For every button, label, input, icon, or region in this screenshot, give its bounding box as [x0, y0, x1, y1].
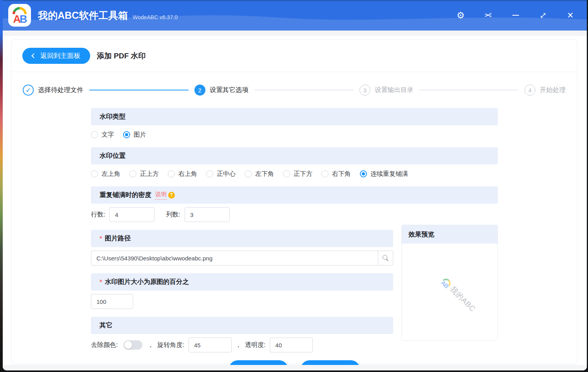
step-number: 3 — [359, 85, 370, 96]
rows-input[interactable] — [109, 207, 154, 222]
radio-label: 右下角 — [332, 170, 351, 178]
watermark-position-header: 水印位置 — [91, 147, 498, 164]
density-help-link[interactable]: 说明 — [155, 191, 167, 200]
titlebar: AB 我的ABC软件工具箱 WodeABC v6.37.0 ⚙ ✂ × — [3, 0, 587, 31]
radio-label: 文字 — [102, 131, 114, 139]
titlebar-actions: ⚙ ✂ × — [450, 7, 581, 24]
settings-button[interactable]: ⚙ — [450, 7, 472, 24]
radio-position-bottom-right[interactable]: 右下角 — [321, 170, 351, 178]
maximize-button[interactable] — [532, 7, 554, 24]
radio-icon — [91, 170, 98, 177]
chevron-left-icon — [31, 53, 36, 58]
radio-icon — [123, 131, 130, 138]
desktop-background — [0, 0, 3, 372]
cols-input[interactable] — [185, 207, 230, 222]
remove-color-toggle[interactable] — [123, 340, 142, 350]
radio-position-top-right[interactable]: 右上角 — [168, 170, 197, 178]
other-row: 去除颜色: ， 旋转角度: ， 透明度: — [91, 338, 393, 352]
remove-color-label: 去除颜色: — [91, 341, 118, 349]
radio-icon — [91, 131, 98, 138]
stepper-connector — [89, 90, 189, 90]
size-percent-input[interactable] — [91, 294, 133, 309]
size-percent-header: * 水印图片大小为原图的百分之 — [91, 273, 393, 291]
image-path-row — [91, 251, 393, 265]
options-form: 水印类型 文字 图片 水印位置 左上角 — [91, 108, 498, 370]
main-panel: 返回到主面板 添加 PDF 水印 ✓ 选择待处理文件 2 设置其它选项 3 设置… — [11, 39, 577, 364]
radio-position-bottom-left[interactable]: 左下角 — [245, 170, 274, 178]
effect-preview-panel: 效果预览 AB 我的ABC — [401, 225, 498, 341]
radio-icon — [129, 170, 136, 177]
radio-label: 图片 — [134, 131, 146, 139]
size-percent-row — [91, 294, 393, 309]
close-button[interactable]: × — [559, 7, 581, 24]
stepper-connector — [254, 90, 354, 90]
help-question-icon[interactable]: ? — [168, 192, 175, 199]
gear-icon: ⚙ — [457, 11, 465, 20]
radio-icon — [360, 170, 367, 177]
rotate-angle-input[interactable] — [189, 338, 232, 352]
toggle-knob — [124, 341, 132, 349]
step-check-icon: ✓ — [23, 85, 34, 96]
separator: ， — [235, 341, 241, 349]
step-label: 开始处理 — [540, 86, 566, 94]
opacity-label: 透明度: — [245, 341, 265, 349]
app-version: WodeABC v6.37.0 — [132, 14, 178, 20]
opacity-input[interactable] — [270, 338, 313, 352]
rows-label: 行数: — [91, 211, 105, 219]
rotate-angle-label: 旋转角度: — [157, 341, 184, 349]
radio-icon — [321, 170, 328, 177]
watermark-sample: AB 我的ABC — [439, 276, 477, 314]
radio-position-top-center[interactable]: 正上方 — [129, 170, 159, 178]
radio-text-watermark[interactable]: 文字 — [91, 131, 114, 139]
radio-icon — [283, 170, 290, 177]
app-title: 我的ABC软件工具箱 — [38, 9, 128, 22]
step-label: 设置输出目录 — [375, 86, 414, 94]
radio-position-top-left[interactable]: 左上角 — [91, 170, 120, 178]
section-title: 图片路径 — [105, 234, 131, 243]
step-label: 设置其它选项 — [210, 86, 249, 94]
panel-header: 返回到主面板 添加 PDF 水印 — [11, 40, 577, 72]
watermark-text: 我的ABC — [448, 284, 477, 314]
preview-canvas: AB 我的ABC — [402, 244, 497, 341]
back-to-dashboard-button[interactable]: 返回到主面板 — [22, 48, 90, 64]
watermark-type-options: 文字 图片 — [91, 129, 498, 141]
browse-file-button[interactable] — [378, 251, 393, 265]
radio-label: 左上角 — [102, 170, 120, 178]
radio-label: 左下角 — [255, 170, 274, 178]
stepper-step-start: 4 开始处理 — [524, 85, 566, 96]
minimize-button[interactable] — [505, 7, 526, 24]
radio-position-center[interactable]: 正中心 — [206, 170, 236, 178]
radio-label: 正上方 — [140, 170, 159, 178]
logo-letters: AB — [13, 14, 26, 25]
close-icon: × — [567, 10, 573, 21]
tile-density-row: 行数: 列数: — [91, 207, 498, 222]
app-window: AB 我的ABC软件工具箱 WodeABC v6.37.0 ⚙ ✂ × 返回到主… — [3, 0, 587, 370]
cols-label: 列数: — [166, 211, 180, 219]
screenshot-button[interactable]: ✂ — [477, 7, 499, 24]
section-title: 水印类型 — [100, 112, 125, 121]
section-title: 重复铺满时的密度 — [100, 191, 151, 199]
radio-icon — [168, 170, 175, 177]
preview-title: 效果预览 — [402, 225, 497, 244]
scissors-icon: ✂ — [484, 11, 492, 20]
section-title: 水印图片大小为原图的百分之 — [105, 278, 189, 286]
watermark-position-options: 左上角 正上方 右上角 正中心 左下角 — [91, 168, 498, 180]
radio-label: 右上角 — [178, 170, 197, 178]
wizard-stepper: ✓ 选择待处理文件 2 设置其它选项 3 设置输出目录 4 开始处理 — [11, 72, 577, 108]
watermark-type-header: 水印类型 — [91, 108, 498, 125]
radio-position-tile-repeat[interactable]: 连续重复铺满 — [360, 170, 408, 178]
step-number: 2 — [194, 85, 205, 96]
stepper-step-options: 2 设置其它选项 — [194, 85, 249, 96]
radio-label: 连续重复铺满 — [370, 170, 408, 178]
radio-image-watermark[interactable]: 图片 — [123, 131, 146, 139]
window-footer-strip — [3, 365, 587, 370]
radio-position-bottom-center[interactable]: 正下方 — [283, 170, 312, 178]
image-path-input[interactable] — [91, 251, 378, 265]
search-icon — [383, 255, 389, 261]
app-logo: AB — [8, 4, 31, 27]
step-number: 4 — [524, 85, 535, 96]
image-path-group — [91, 251, 393, 265]
maximize-icon — [540, 12, 546, 19]
section-title: 水印位置 — [100, 152, 125, 160]
page-title: 添加 PDF 水印 — [97, 51, 146, 61]
